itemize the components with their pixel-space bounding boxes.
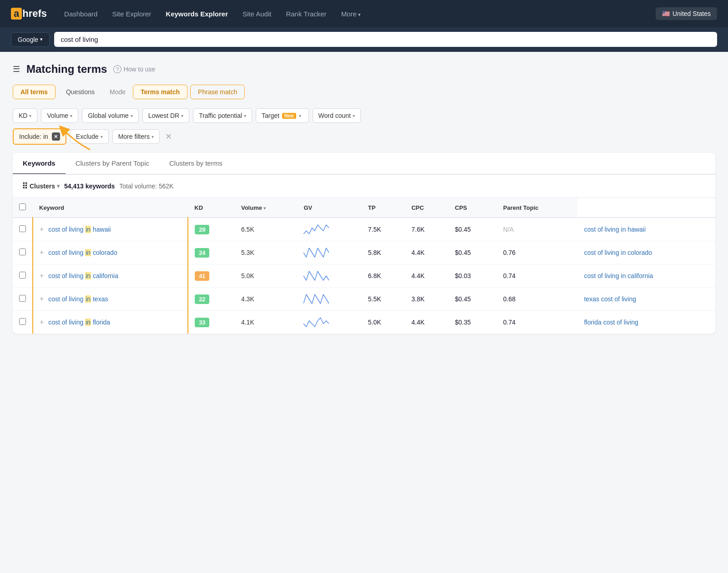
keyword-highlight: in: [85, 249, 91, 256]
kd-badge: 33: [195, 318, 209, 327]
total-volume: Total volume: 562K: [119, 183, 173, 190]
parent-topic-link[interactable]: cost of living in hawaii: [584, 226, 646, 233]
kd-cell: 29: [188, 218, 235, 241]
trend-cell: [297, 218, 361, 241]
keyword-link[interactable]: cost of living in florida: [48, 319, 110, 326]
country-selector[interactable]: 🇺🇸 United States: [656, 7, 717, 20]
clusters-btn[interactable]: ⠿ Clusters ▾: [22, 181, 60, 191]
cps-cell: 0.74: [497, 311, 578, 334]
data-tab-clusters-terms[interactable]: Clusters by terms: [159, 153, 233, 175]
cpc-cell: $0.45: [449, 288, 497, 311]
tab-terms-match[interactable]: Terms match: [133, 85, 187, 99]
keyword-link[interactable]: cost of living in hawaii: [48, 226, 111, 233]
row-checkbox[interactable]: [19, 248, 26, 255]
tp-cell: 7.6K: [405, 218, 449, 241]
th-tp: TP: [362, 198, 405, 218]
parent-topic-link[interactable]: texas cost of living: [584, 295, 636, 303]
th-keyword: Keyword: [33, 198, 188, 218]
table-row: + cost of living in hawaii 29 6.5K 7.5K …: [13, 218, 715, 241]
keyword-link[interactable]: cost of living in california: [48, 272, 118, 279]
keyword-highlight: in: [85, 295, 91, 303]
filter-global-volume[interactable]: Global volume: [82, 108, 139, 123]
tab-phrase-match[interactable]: Phrase match: [190, 85, 245, 99]
row-checkbox[interactable]: [19, 318, 26, 325]
clear-all-filters[interactable]: ✕: [165, 132, 172, 142]
filter-volume[interactable]: Volume: [41, 108, 78, 123]
nav-dashboard[interactable]: Dashboard: [58, 6, 104, 21]
logo-hrefs-text: hrefs: [22, 8, 47, 20]
cpc-cell: $0.45: [449, 218, 497, 241]
kd-cell: 24: [188, 241, 235, 264]
kd-cell: 41: [188, 264, 235, 288]
add-keyword-btn[interactable]: +: [40, 318, 44, 326]
tab-questions[interactable]: Questions: [58, 85, 102, 99]
nav-keywords-explorer[interactable]: Keywords Explorer: [159, 6, 234, 21]
volume-cell: 6.5K: [235, 218, 298, 241]
th-volume[interactable]: Volume: [235, 198, 298, 218]
filter-kd[interactable]: KD: [13, 108, 37, 123]
row-checkbox[interactable]: [19, 295, 26, 302]
hamburger-icon[interactable]: ☰: [13, 64, 20, 74]
filter-word-count[interactable]: Word count: [313, 108, 361, 123]
parent-topic-link[interactable]: florida cost of living: [584, 319, 638, 326]
logo[interactable]: a hrefs: [11, 8, 47, 20]
nav-site-audit[interactable]: Site Audit: [236, 6, 278, 21]
nav-more[interactable]: More: [335, 6, 367, 21]
row-checkbox-cell: [13, 218, 33, 241]
kd-cell: 33: [188, 311, 235, 334]
parent-topic-link[interactable]: cost of living in colorado: [584, 249, 652, 256]
select-all-checkbox[interactable]: [19, 203, 26, 210]
trend-cell: [297, 288, 361, 311]
filter-target[interactable]: Target New ▾: [256, 108, 308, 123]
keyword-cell: + cost of living in california: [33, 264, 188, 288]
parent-topic-cell: texas cost of living: [578, 288, 715, 311]
row-checkbox-cell: [13, 241, 33, 264]
nav-right: 🇺🇸 United States: [656, 7, 717, 20]
cpc-cell: $0.45: [449, 241, 497, 264]
filters-row: KD Volume Global volume Lowest DR Traffi…: [13, 108, 715, 123]
th-cpc: CPC: [405, 198, 449, 218]
kd-cell: 22: [188, 288, 235, 311]
more-filters[interactable]: More filters: [112, 129, 160, 144]
filter-lowest-dr[interactable]: Lowest DR: [142, 108, 189, 123]
th-parent-topic: Parent Topic: [497, 198, 578, 218]
cps-cell: N/A: [497, 218, 578, 241]
trend-cell: [297, 311, 361, 334]
tab-all-terms[interactable]: All terms: [13, 85, 56, 99]
nav-site-explorer[interactable]: Site Explorer: [106, 6, 157, 21]
row-checkbox[interactable]: [19, 225, 26, 232]
add-keyword-btn[interactable]: +: [40, 225, 44, 233]
keyword-link[interactable]: cost of living in colorado: [48, 249, 117, 256]
include-filter-pill[interactable]: Include: in ✕: [13, 128, 66, 145]
include-filter-row: Include: in ✕ Exclude More filters ✕: [13, 128, 715, 145]
row-checkbox-cell: [13, 264, 33, 288]
include-filter-remove[interactable]: ✕: [52, 132, 60, 141]
page-header: ☰ Matching terms ? How to use: [13, 63, 715, 76]
volume-cell: 4.1K: [235, 311, 298, 334]
parent-topic-link[interactable]: cost of living in california: [584, 272, 653, 279]
data-tab-clusters-parent[interactable]: Clusters by Parent Topic: [66, 153, 159, 175]
search-input[interactable]: cost of living: [54, 32, 717, 47]
add-keyword-btn[interactable]: +: [40, 248, 44, 256]
add-keyword-btn[interactable]: +: [40, 295, 44, 303]
keyword-link[interactable]: cost of living in texas: [48, 295, 108, 303]
tp-cell: 4.4K: [405, 311, 449, 334]
parent-topic-cell: cost of living in hawaii: [578, 218, 715, 241]
keywords-table: Keyword KD Volume GV TP CPC CPS Parent T…: [13, 198, 715, 334]
nav-rank-tracker[interactable]: Rank Tracker: [279, 6, 333, 21]
add-keyword-btn[interactable]: +: [40, 272, 44, 279]
tp-cell: 4.4K: [405, 264, 449, 288]
engine-selector[interactable]: Google: [11, 32, 50, 47]
volume-cell: 4.3K: [235, 288, 298, 311]
exclude-filter[interactable]: Exclude: [70, 129, 109, 144]
how-to-use-link[interactable]: ? How to use: [113, 65, 155, 73]
data-tab-keywords[interactable]: Keywords: [13, 153, 66, 175]
row-checkbox[interactable]: [19, 272, 26, 279]
filter-traffic-potential[interactable]: Traffic potential: [193, 108, 252, 123]
gv-cell: 7.5K: [362, 218, 405, 241]
gv-cell: 5.8K: [362, 241, 405, 264]
include-filter-section: Include: in ✕ Exclude More filters ✕: [13, 128, 715, 145]
new-badge: New: [282, 113, 296, 119]
cpc-cell: $0.35: [449, 311, 497, 334]
table-row: + cost of living in colorado 24 5.3K 5.8…: [13, 241, 715, 264]
